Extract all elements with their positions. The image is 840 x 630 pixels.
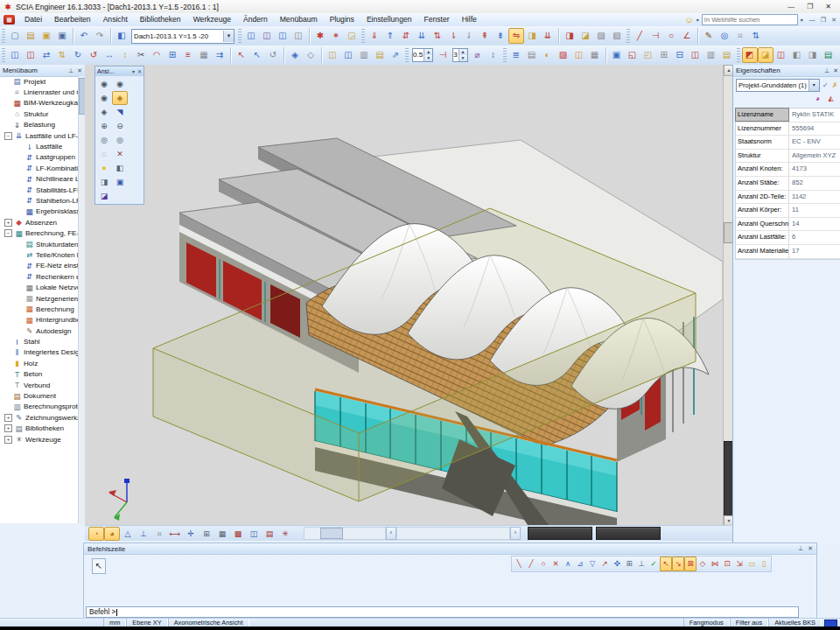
tree-item-integriertes-design[interactable]: ‖Integriertes Design Forms <box>0 347 79 358</box>
multi-move[interactable]: ⇉ <box>212 47 228 63</box>
activity-all[interactable]: ⊞ <box>656 47 672 63</box>
scroll-right-icon[interactable]: › <box>510 527 521 540</box>
snap-edge[interactable]: ↘ <box>672 556 684 571</box>
tree-item-stabilitaets-lfk[interactable]: ⇵Stabilitäts-LFK <box>0 185 79 195</box>
catalog-blocks[interactable]: ◫ <box>571 47 587 63</box>
load-group-manager[interactable]: ⇑ <box>382 28 398 44</box>
menu-fenster[interactable]: Fenster <box>417 13 455 26</box>
move[interactable]: ◫ <box>23 47 38 63</box>
tree-toggle[interactable]: + <box>4 436 12 444</box>
rotate[interactable]: ↻ <box>70 47 86 63</box>
paste-add-data[interactable]: ◫ <box>340 47 356 63</box>
hscrollbar-thumb[interactable] <box>320 528 343 539</box>
draw-circle[interactable]: ○ <box>663 28 679 44</box>
webhelp-search-input[interactable] <box>702 14 798 25</box>
canvas-hscrollbar-2[interactable] <box>396 527 510 540</box>
result-class[interactable]: ⇃ <box>461 28 477 44</box>
clipping-box[interactable]: ⊟ <box>672 47 688 63</box>
pin-icon[interactable]: ⊥ <box>798 545 803 552</box>
delete-view[interactable]: ✕ <box>112 147 128 161</box>
snap-circle[interactable]: ○ <box>537 556 550 571</box>
tree-item-lf-kombinationen[interactable]: ⇵LF-Kombinationen <box>0 163 79 173</box>
help-smiley-icon[interactable]: ☺ <box>685 15 694 24</box>
magnify-out[interactable]: ⊖ <box>112 119 128 133</box>
load-case-combo[interactable]: Dach1-2013.1 Y=1.5 -20 ▼ <box>131 29 234 44</box>
property-row[interactable]: StrukturAllgemein XYZ <box>736 150 840 164</box>
view-direction[interactable]: ◥ <box>112 105 128 119</box>
tree-item-zeichnungswerkzeuge[interactable]: +✎Zeichnungswerkzeuge <box>0 412 79 423</box>
named-views[interactable]: ◫ <box>246 527 262 541</box>
property-selector-combo[interactable]: Projekt-Grunddaten (1) ▾ <box>736 79 820 92</box>
paint-properties[interactable]: ✎ <box>701 28 717 44</box>
snap-magnet[interactable]: ✜ <box>611 556 623 571</box>
save-as[interactable]: ▣ <box>38 28 54 44</box>
property-row[interactable]: Anzahl Lastfälle:6 <box>736 231 840 245</box>
property-value[interactable]: Ryklin STATIK <box>789 108 840 122</box>
render-solid[interactable]: ▥ <box>836 47 840 63</box>
toolbar-gripper[interactable] <box>238 29 242 43</box>
property-value[interactable]: 555694 <box>789 122 840 136</box>
select-by-cursor[interactable]: ↖ <box>234 47 249 63</box>
tree-toggle[interactable]: − <box>4 229 12 237</box>
toolbar-gripper[interactable] <box>361 29 365 43</box>
light-bulb[interactable]: ● <box>96 161 112 175</box>
snap-endpoint[interactable]: ∧ <box>562 556 574 571</box>
tree-toggle[interactable]: + <box>4 414 12 422</box>
tree-item-lokale-netzverdichtung[interactable]: ▦Lokale Netzverdichtung <box>0 282 79 292</box>
view-axo[interactable]: ◧ <box>789 47 805 63</box>
user-blocks[interactable]: ▥ <box>356 47 372 63</box>
view-parameters[interactable]: ▣ <box>112 175 128 189</box>
snap-node[interactable]: ↖ <box>660 556 672 571</box>
exchange[interactable]: ⇄ <box>38 47 54 63</box>
minimize-button[interactable]: — <box>788 3 794 10</box>
command-input[interactable]: Befehl > <box>86 606 799 618</box>
save[interactable]: ▣ <box>54 28 70 44</box>
active-load-case[interactable]: ⇋ <box>508 28 524 44</box>
mdi-close-button[interactable]: ✕ <box>831 17 836 24</box>
snap-midpoint[interactable]: ⊿ <box>574 556 586 571</box>
project-window[interactable]: ◧ <box>114 28 130 44</box>
scroll-left-icon[interactable]: ‹ <box>386 527 396 540</box>
import-model[interactable]: ◫ <box>275 28 290 44</box>
magnify-all[interactable]: ◎ <box>112 133 128 147</box>
tree-item-beton[interactable]: TBeton <box>0 369 79 380</box>
seismic-loads[interactable]: ⇞ <box>477 28 493 44</box>
zoom-margins[interactable]: ◉ <box>96 91 112 105</box>
property-value[interactable]: 1142 <box>789 191 840 204</box>
property-row[interactable]: Anzahl Materialien:17 <box>736 245 840 259</box>
snap-tangent[interactable]: ◇ <box>696 556 709 571</box>
show-supports[interactable]: ⊥ <box>136 527 151 541</box>
property-value[interactable]: Allgemein XYZ <box>789 150 840 163</box>
layer-manager[interactable]: ≣ <box>508 47 524 63</box>
pin-icon[interactable]: ⊥ <box>68 67 74 74</box>
database-manager[interactable]: ▤ <box>524 47 540 63</box>
viewport-3d-model[interactable] <box>85 65 723 525</box>
copy-add-data[interactable]: ◫ <box>325 47 340 63</box>
toolbar-gripper[interactable] <box>2 48 5 62</box>
menu-ansicht[interactable]: Ansicht <box>97 13 134 26</box>
toolbar-gripper[interactable] <box>2 29 5 43</box>
property-value[interactable]: 11 <box>789 204 840 217</box>
property-row[interactable]: Anzahl 2D-Teile:1142 <box>736 191 840 205</box>
activity-on-selection[interactable]: ◰ <box>640 47 656 63</box>
load-panel[interactable]: ◨ <box>524 28 540 44</box>
tree-item-rechenkern[interactable]: ⇵Rechenkern einstellen <box>0 271 79 282</box>
tree-item-verbund[interactable]: TVerbund <box>0 380 79 390</box>
material-library[interactable]: ◐ <box>540 47 556 63</box>
document-1[interactable]: ▨ <box>593 28 609 44</box>
close-button[interactable]: ✕ <box>825 3 831 10</box>
visibility-sets[interactable]: ◫ <box>688 47 704 63</box>
undo[interactable]: ↶ <box>76 28 92 44</box>
zoom-window[interactable]: ◉ <box>96 77 112 91</box>
menu-hilfe[interactable]: Hilfe <box>456 13 483 26</box>
tree-item-stahlbeton-lfk[interactable]: ⇵Stahlbeton-LFK <box>0 195 79 206</box>
snap-line-end[interactable]: ╱ <box>525 556 537 571</box>
load-case-manager[interactable]: ⇓ <box>367 28 382 44</box>
close-icon[interactable]: ✕ <box>77 67 82 74</box>
magnify-in[interactable]: ⊕ <box>96 119 112 133</box>
toolbar-gripper[interactable] <box>626 29 630 43</box>
redo[interactable]: ↷ <box>92 28 108 44</box>
spin-down-icon[interactable]: ▼ <box>459 55 467 61</box>
tree-item-strukturdaten[interactable]: ▤Strukturdaten kontrollie <box>0 239 79 249</box>
snap-center[interactable]: ⊡ <box>721 556 733 571</box>
